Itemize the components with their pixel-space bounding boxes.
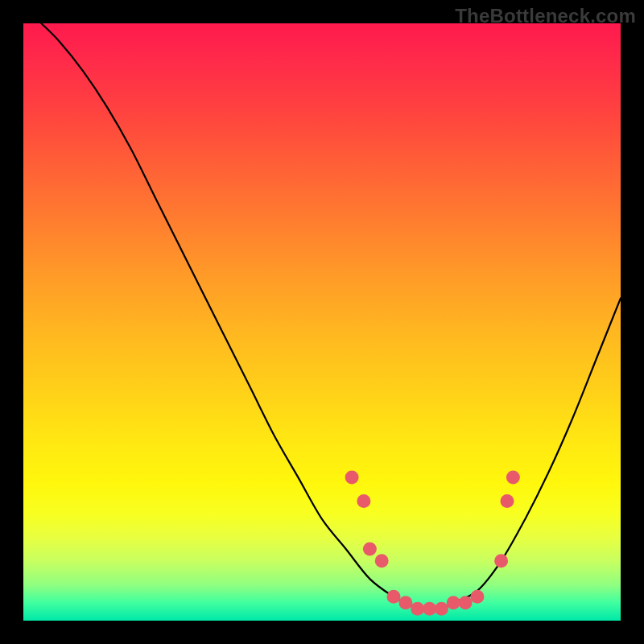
marker-dot — [357, 494, 370, 508]
marker-dots — [345, 470, 520, 615]
marker-dot — [375, 554, 389, 568]
marker-dot — [470, 590, 484, 604]
marker-dot — [387, 590, 401, 604]
marker-dot — [506, 470, 520, 484]
marker-dot — [411, 602, 424, 616]
watermark-text: TheBottleneck.com — [455, 5, 636, 27]
marker-dot — [459, 596, 473, 609]
marker-dot — [447, 596, 460, 609]
marker-dot — [345, 470, 359, 484]
marker-dot — [423, 602, 436, 616]
curve-line — [41, 23, 621, 609]
marker-dot — [363, 543, 377, 556]
chart-svg — [23, 23, 621, 621]
plot-area — [23, 23, 621, 621]
marker-dot — [501, 494, 514, 508]
chart-frame: TheBottleneck.com — [0, 0, 644, 644]
marker-dot — [494, 554, 508, 568]
marker-dot — [435, 602, 448, 616]
marker-dot — [398, 596, 412, 609]
